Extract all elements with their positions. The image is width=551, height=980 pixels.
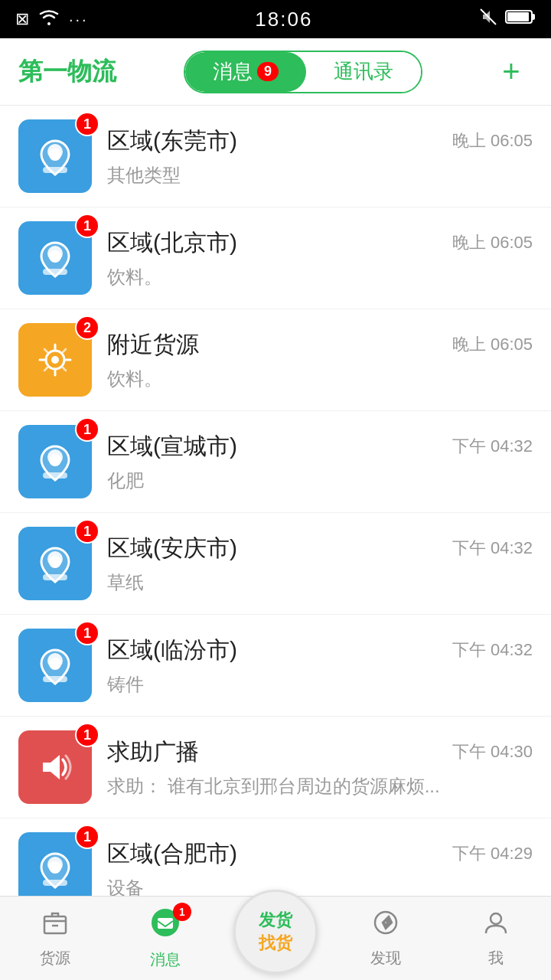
fab-button[interactable]: 发货 找货 [233, 890, 318, 974]
brand-title: 第一物流 [18, 55, 116, 89]
add-button[interactable]: + [490, 51, 533, 93]
tab-messages[interactable]: 消息 9 [185, 52, 306, 92]
svg-point-16 [49, 556, 61, 568]
svg-rect-17 [43, 574, 67, 580]
message-time: 晚上 06:05 [452, 333, 533, 356]
status-left: ⊠ ··· [15, 8, 89, 30]
message-time: 下午 04:30 [452, 740, 533, 763]
avatar: 2 [18, 323, 92, 397]
nav-cargo[interactable]: 货源 [0, 897, 110, 980]
nav-message-badge: 1 [173, 903, 191, 921]
unread-badge: 1 [75, 112, 99, 136]
list-item[interactable]: 1 区域(安庆市) 下午 04:32 草纸 [0, 513, 551, 615]
message-title: 区域(安庆市) [107, 533, 237, 564]
svg-rect-20 [43, 676, 67, 682]
status-bar: ⊠ ··· 18:06 [0, 0, 551, 38]
unread-badge: 1 [75, 621, 99, 645]
avatar: 1 [18, 221, 92, 295]
status-time: 18:06 [255, 8, 312, 31]
nav-message-icon-wrap: 1 [150, 907, 181, 945]
message-title: 区域(东莞市) [107, 126, 237, 157]
message-content: 附近货源 晚上 06:05 饮料。 [107, 329, 533, 391]
avatar: 1 [18, 425, 92, 498]
list-item[interactable]: 1 区域(东莞市) 晚上 06:05 其他类型 [0, 106, 551, 207]
svg-point-22 [49, 861, 61, 874]
unread-badge: 1 [75, 723, 99, 747]
unread-badge: 2 [75, 315, 99, 340]
svg-point-13 [49, 454, 61, 466]
svg-rect-2 [507, 12, 529, 21]
avatar: 1 [18, 527, 92, 600]
svg-point-30 [491, 913, 501, 924]
compass-nav-icon [372, 909, 399, 943]
avatar: 1 [18, 629, 92, 702]
message-preview: 草纸 [107, 570, 533, 595]
svg-rect-6 [43, 167, 67, 173]
battery-icon [505, 8, 536, 30]
fab-label-top: 发货 [259, 909, 292, 932]
list-item[interactable]: 1 求助广播 下午 04:30 求助： 谁有北京到邢台周边的货源麻烦... [0, 717, 551, 818]
message-content: 区域(安庆市) 下午 04:32 草纸 [107, 533, 533, 595]
message-time: 下午 04:32 [452, 537, 533, 560]
list-item[interactable]: 1 区域(北京市) 晚上 06:05 饮料。 [0, 207, 551, 309]
nav-cargo-label: 货源 [40, 948, 70, 969]
nav-me[interactable]: 我 [441, 897, 551, 980]
list-item[interactable]: 1 区域(宣城市) 下午 04:32 化肥 [0, 411, 551, 513]
tab-pill: 消息 9 通讯录 [184, 51, 422, 93]
message-time: 晚上 06:05 [452, 129, 533, 152]
unread-badge: 1 [75, 519, 99, 544]
mute-icon [479, 8, 497, 31]
message-preview: 饮料。 [107, 265, 533, 289]
box-nav-icon [41, 909, 69, 943]
list-item[interactable]: 2 附近货源 晚上 06:05 饮料。 [0, 309, 551, 411]
message-preview: 其他类型 [107, 163, 533, 188]
person-nav-icon [482, 909, 510, 943]
avatar: 1 [18, 730, 92, 804]
message-content: 区域(临汾市) 下午 04:32 铸件 [107, 635, 533, 697]
nav-message[interactable]: 1 消息 [110, 897, 220, 980]
message-badge: 9 [257, 62, 279, 81]
unread-badge: 1 [75, 417, 99, 442]
message-content: 区域(合肥市) 下午 04:29 设备 [107, 838, 533, 900]
app-header: 第一物流 消息 9 通讯录 + [0, 38, 551, 106]
nav-message-label: 消息 [150, 949, 181, 970]
svg-rect-3 [532, 14, 535, 20]
message-time: 晚上 06:05 [452, 231, 533, 254]
svg-rect-14 [43, 472, 67, 479]
message-time: 下午 04:32 [452, 435, 533, 458]
svg-point-8 [49, 250, 61, 263]
nav-me-label: 我 [488, 948, 504, 969]
message-content: 区域(东莞市) 晚上 06:05 其他类型 [107, 126, 533, 188]
message-content: 区域(宣城市) 下午 04:32 化肥 [107, 431, 533, 493]
message-preview: 饮料。 [107, 367, 533, 391]
nav-fab[interactable]: 发货 找货 [220, 897, 331, 980]
message-title: 区域(宣城市) [107, 431, 237, 462]
message-title: 求助广播 [107, 737, 199, 768]
wifi-icon [38, 8, 60, 30]
list-item[interactable]: 1 区域(临汾市) 下午 04:32 铸件 [0, 615, 551, 717]
nav-discover[interactable]: 发现 [331, 897, 441, 980]
message-preview: 铸件 [107, 672, 533, 697]
svg-rect-23 [43, 880, 67, 886]
message-title: 附近货源 [107, 329, 199, 361]
status-right [479, 8, 536, 31]
message-preview: 求助： 谁有北京到邢台周边的货源麻烦... [107, 774, 533, 799]
tab-contacts[interactable]: 通讯录 [306, 52, 421, 92]
tab-switcher: 消息 9 通讯录 [116, 51, 490, 93]
bottom-nav: 货源 1 消息 发货 找货 发现 [0, 896, 551, 980]
nav-discover-label: 发现 [370, 948, 401, 969]
message-title: 区域(临汾市) [107, 635, 237, 666]
unread-badge: 1 [75, 214, 99, 238]
message-time: 下午 04:29 [452, 842, 533, 865]
message-content: 求助广播 下午 04:30 求助： 谁有北京到邢台周边的货源麻烦... [107, 737, 533, 799]
box-icon: ⊠ [15, 9, 29, 29]
unread-badge: 1 [75, 825, 99, 849]
message-content: 区域(北京市) 晚上 06:05 饮料。 [107, 227, 533, 289]
avatar: 1 [18, 832, 92, 906]
fab-label-bottom: 找货 [259, 932, 292, 955]
svg-point-5 [49, 149, 61, 161]
message-title: 区域(北京市) [107, 227, 237, 259]
dots-icon: ··· [69, 11, 89, 28]
svg-point-29 [384, 921, 387, 924]
message-list: 1 区域(东莞市) 晚上 06:05 其他类型 1 区域(北京市) 晚上 06:… [0, 106, 551, 980]
